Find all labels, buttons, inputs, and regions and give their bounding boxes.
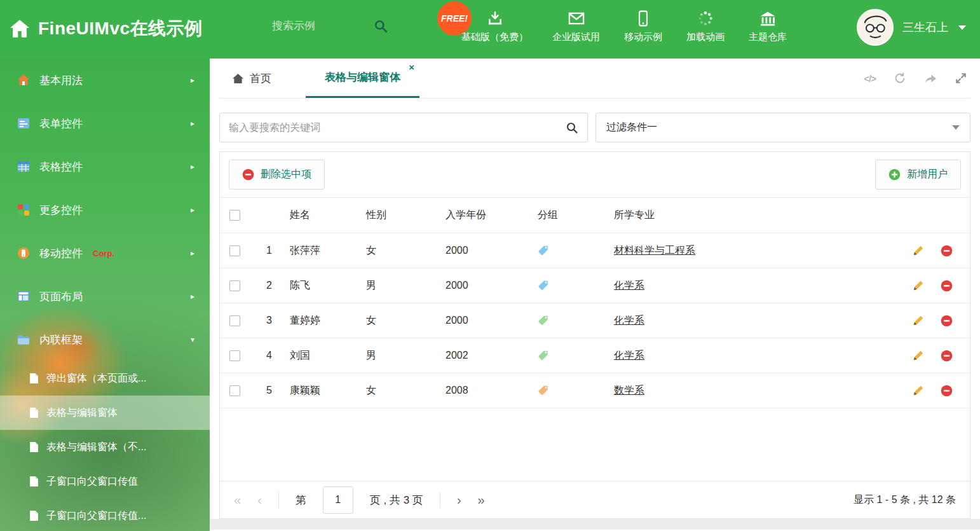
major-link[interactable]: 材料科学与工程系	[614, 244, 695, 258]
sidebar-subitem-child-to-parent[interactable]: 子窗口向父窗口传值	[0, 464, 210, 499]
tag-icon	[538, 315, 549, 326]
add-user-button[interactable]: 新增用户	[875, 160, 961, 190]
chevron-down-icon	[952, 125, 960, 130]
search-icon[interactable]	[566, 121, 578, 134]
next-page-icon[interactable]: ›	[457, 493, 461, 507]
edit-icon[interactable]	[913, 385, 924, 396]
header-search	[272, 19, 405, 33]
header-search-input[interactable]	[272, 20, 367, 32]
row-checkbox[interactable]	[229, 350, 240, 361]
row-number: 5	[258, 385, 280, 396]
row-checkbox[interactable]	[229, 245, 240, 256]
major-link[interactable]: 数学系	[614, 384, 644, 397]
avatar	[857, 9, 894, 46]
top-header: FineUIMvc在线示例 FREE! 基础版（免费） 企业版试用	[0, 0, 980, 59]
add-user-label: 新增用户	[907, 168, 948, 181]
row-checkbox[interactable]	[229, 280, 240, 291]
tab-home[interactable]: 首页	[219, 59, 284, 98]
app-title: FineUIMvc在线示例	[38, 17, 203, 41]
edit-icon[interactable]	[913, 280, 924, 291]
sidebar-subitem-grid-edit-window[interactable]: 表格与编辑窗体	[0, 396, 210, 430]
bank-icon	[759, 10, 777, 27]
sidebar-subitem-label: 子窗口向父窗口传值	[46, 475, 138, 488]
share-forward-icon[interactable]	[924, 72, 937, 84]
sidebar-item-grid-controls[interactable]: 表格控件 ▸	[0, 145, 210, 188]
chevron-right-icon: ▸	[191, 76, 194, 85]
tab-grid-edit-window[interactable]: 表格与编辑窗体 ×	[306, 59, 419, 98]
folder-icon	[17, 333, 31, 347]
row-number: 4	[258, 350, 280, 361]
sidebar-item-iframe[interactable]: 内联框架 ▾	[0, 318, 210, 361]
home-icon	[232, 73, 244, 84]
divider	[440, 492, 440, 508]
row-checkbox[interactable]	[229, 385, 240, 396]
filter-dropdown[interactable]: 过滤条件一	[595, 113, 970, 142]
tag-icon	[538, 350, 549, 361]
column-header-gender: 性别	[357, 209, 436, 222]
corp-badge: Corp.	[93, 249, 114, 258]
nav-item-theme-store[interactable]: 主题仓库	[749, 10, 787, 43]
sidebar-item-mobile-controls[interactable]: 移动控件 Corp. ▸	[0, 231, 210, 275]
chevron-right-icon: ▸	[191, 292, 194, 301]
delete-selected-button[interactable]: 删除选中项	[229, 160, 325, 190]
sidebar-subitem-label: 子窗口向父窗口传值...	[46, 509, 146, 523]
tab-label: 表格与编辑窗体	[325, 70, 400, 85]
main-content: 首页 表格与编辑窗体 × </>	[210, 59, 980, 531]
source-code-icon[interactable]: </>	[864, 73, 876, 84]
delete-icon[interactable]	[941, 315, 953, 327]
delete-icon[interactable]	[941, 245, 953, 257]
sidebar-item-label: 页面布局	[39, 289, 83, 304]
cell-year: 2000	[436, 245, 528, 256]
chevron-down-icon	[958, 25, 966, 30]
sidebar-item-basic-usage[interactable]: 基本用法 ▸	[0, 59, 210, 102]
sidebar-subitem-popup-window[interactable]: 弹出窗体（本页面或...	[0, 361, 210, 396]
page-number-input[interactable]	[323, 486, 353, 514]
expand-icon[interactable]	[955, 72, 967, 84]
sidebar-item-page-layout[interactable]: 页面布局 ▸	[0, 275, 210, 318]
edit-icon[interactable]	[913, 350, 924, 361]
search-icon[interactable]	[374, 19, 388, 33]
brand[interactable]: FineUIMvc在线示例	[9, 17, 203, 41]
last-page-icon[interactable]: »	[478, 493, 485, 507]
plus-circle-icon	[888, 169, 901, 181]
sidebar-subitem-child-to-parent-2[interactable]: 子窗口向父窗口传值...	[0, 499, 210, 531]
delete-icon[interactable]	[941, 350, 953, 362]
sidebar-item-more-controls[interactable]: 更多控件 ▸	[0, 188, 210, 231]
first-page-icon[interactable]: «	[234, 493, 241, 507]
nav-item-mobile-demo[interactable]: 移动示例	[624, 10, 662, 43]
divider	[278, 492, 279, 508]
mobile-orange-icon	[17, 246, 31, 260]
nav-item-basic-free[interactable]: 基础版（免费）	[461, 10, 528, 43]
keyword-search-input[interactable]	[229, 122, 566, 134]
chevron-right-icon: ▸	[191, 205, 194, 214]
cell-gender: 男	[357, 349, 436, 362]
major-link[interactable]: 化学系	[614, 279, 644, 293]
sidebar-subitem-grid-edit-window-2[interactable]: 表格与编辑窗体（不...	[0, 430, 210, 464]
cell-name: 董婷婷	[280, 314, 357, 328]
select-all-checkbox[interactable]	[229, 210, 240, 221]
sidebar-item-form-controls[interactable]: 表单控件 ▸	[0, 102, 210, 145]
user-menu[interactable]: 三生石上	[857, 9, 966, 46]
pagination-bar: « ‹ 第 页 , 共 3 页 › » 显示 1 - 5 条 , 共 12 条	[220, 481, 970, 518]
nav-item-enterprise-trial[interactable]: 企业版试用	[552, 10, 600, 43]
major-link[interactable]: 化学系	[614, 314, 644, 328]
filter-row: 过滤条件一	[219, 113, 970, 142]
edit-icon[interactable]	[913, 315, 924, 326]
delete-icon[interactable]	[941, 280, 953, 292]
delete-icon[interactable]	[941, 385, 953, 397]
bottom-strip	[210, 519, 980, 530]
edit-icon[interactable]	[913, 245, 924, 256]
nav-item-loading-animation[interactable]: 加载动画	[686, 10, 725, 43]
cell-gender: 女	[357, 244, 436, 258]
page-icon	[29, 373, 39, 384]
table-row: 2 陈飞 男 2000 化学系	[220, 268, 970, 303]
close-icon[interactable]: ×	[409, 62, 414, 72]
table-icon	[17, 160, 31, 174]
top-nav: 基础版（免费） 企业版试用 移动示例	[461, 10, 787, 43]
row-checkbox[interactable]	[229, 315, 240, 326]
tab-tools: </>	[864, 59, 970, 98]
envelope-icon	[568, 10, 585, 27]
major-link[interactable]: 化学系	[614, 349, 644, 362]
refresh-icon[interactable]	[894, 72, 906, 85]
prev-page-icon[interactable]: ‹	[257, 493, 262, 507]
